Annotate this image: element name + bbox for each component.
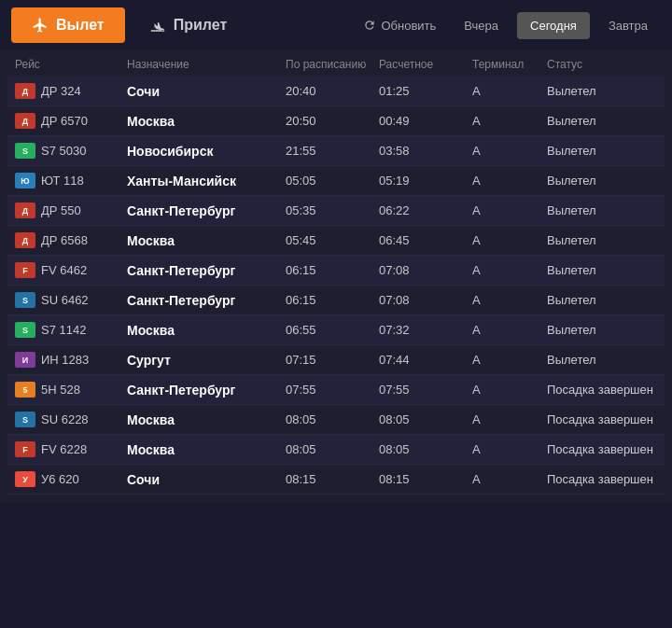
flight-scheduled: 07:15: [286, 353, 379, 367]
airline-icon: И: [15, 352, 35, 368]
flight-status: Посадка завершен: [547, 442, 657, 456]
flight-number: S S7 5030: [15, 143, 127, 159]
flight-destination: Ханты-Мансийск: [127, 174, 286, 188]
arrival-plane-icon: [149, 17, 166, 34]
table-row[interactable]: У У6 620 Сочи 08:15 08:15 A Посадка заве…: [7, 465, 665, 495]
airline-icon: S: [15, 322, 35, 338]
flight-number: У У6 620: [15, 471, 127, 487]
flight-destination: Новосибирск: [127, 144, 286, 159]
col-estimated: Расчетное: [379, 58, 472, 71]
flight-terminal: A: [472, 323, 547, 337]
table-row[interactable]: S SU 6228 Москва 08:05 08:05 A Посадка з…: [7, 405, 665, 435]
flight-terminal: A: [472, 233, 547, 247]
flight-destination: Санкт-Петербург: [127, 203, 286, 218]
flight-scheduled: 05:05: [286, 174, 379, 188]
flight-status: Вылетел: [547, 263, 657, 277]
table-row[interactable]: S SU 6462 Санкт-Петербург 06:15 07:08 A …: [7, 286, 665, 315]
flight-destination: Сочи: [127, 84, 286, 99]
flight-scheduled: 08:05: [286, 442, 379, 456]
refresh-button[interactable]: Обновить: [354, 13, 445, 38]
flight-destination: Сургут: [127, 353, 286, 368]
flight-destination: Санкт-Петербург: [127, 383, 286, 398]
flight-number: Д ДР 550: [15, 202, 127, 218]
flight-status: Посадка завершен: [547, 472, 657, 486]
col-status: Статус: [547, 58, 657, 71]
flight-scheduled: 06:55: [286, 323, 379, 337]
flight-estimated: 07:08: [379, 293, 472, 307]
tomorrow-button[interactable]: Завтра: [595, 12, 661, 39]
refresh-icon: [363, 19, 376, 32]
flight-terminal: A: [472, 263, 547, 277]
flight-scheduled: 06:15: [286, 263, 379, 277]
flight-scheduled: 05:45: [286, 233, 379, 247]
tab-departure[interactable]: Вылет: [11, 7, 125, 43]
flights-list: Д ДР 324 Сочи 20:40 01:25 A Вылетел Д ДР…: [7, 77, 665, 495]
airline-icon: S: [15, 292, 35, 308]
table-row[interactable]: Д ДР 6570 Москва 20:50 00:49 A Вылетел: [7, 106, 665, 136]
flight-estimated: 01:25: [379, 84, 472, 98]
airline-icon: F: [15, 441, 35, 457]
flight-scheduled: 07:55: [286, 383, 379, 397]
flight-status: Вылетел: [547, 114, 657, 128]
yesterday-button[interactable]: Вчера: [451, 12, 511, 39]
header: Вылет Прилет Обновить Вчера Сегодня Завт…: [0, 0, 672, 50]
flight-terminal: A: [472, 144, 547, 158]
flight-estimated: 08:15: [379, 472, 472, 486]
flight-status: Посадка завершен: [547, 383, 657, 397]
table-headers: Рейс Назначение По расписанию Расчетное …: [7, 50, 665, 77]
flight-status: Вылетел: [547, 323, 657, 337]
flight-destination: Москва: [127, 114, 286, 129]
tab-departure-label: Вылет: [56, 17, 105, 34]
flight-scheduled: 08:05: [286, 412, 379, 426]
airline-icon: Ю: [15, 173, 35, 188]
flight-status: Вылетел: [547, 233, 657, 247]
flight-terminal: A: [472, 174, 547, 188]
table-row[interactable]: S S7 1142 Москва 06:55 07:32 A Вылетел: [7, 315, 665, 345]
flight-terminal: A: [472, 353, 547, 367]
col-terminal: Терминал: [472, 58, 547, 71]
airline-icon: S: [15, 143, 35, 159]
table-row[interactable]: F FV 6462 Санкт-Петербург 06:15 07:08 A …: [7, 256, 665, 286]
tab-arrival-label: Прилет: [174, 17, 228, 34]
flight-status: Вылетел: [547, 174, 657, 188]
table-row[interactable]: F FV 6228 Москва 08:05 08:05 A Посадка з…: [7, 435, 665, 465]
flight-status: Вылетел: [547, 353, 657, 367]
flight-estimated: 05:19: [379, 174, 472, 188]
flight-scheduled: 08:15: [286, 472, 379, 486]
flight-estimated: 08:05: [379, 442, 472, 456]
table-row[interactable]: Ю ЮТ 118 Ханты-Мансийск 05:05 05:19 A Вы…: [7, 166, 665, 196]
flight-destination: Москва: [127, 323, 286, 338]
flight-estimated: 08:05: [379, 412, 472, 426]
flight-status: Вылетел: [547, 293, 657, 307]
flight-status: Вылетел: [547, 203, 657, 217]
flight-scheduled: 20:40: [286, 84, 379, 98]
flight-destination: Санкт-Петербург: [127, 293, 286, 308]
table-row[interactable]: 5 5H 528 Санкт-Петербург 07:55 07:55 A П…: [7, 375, 665, 405]
flight-scheduled: 06:15: [286, 293, 379, 307]
flight-estimated: 06:22: [379, 203, 472, 217]
airline-icon: Д: [15, 232, 35, 248]
flight-destination: Москва: [127, 412, 286, 427]
airline-icon: 5: [15, 382, 35, 398]
flight-estimated: 07:32: [379, 323, 472, 337]
flight-terminal: A: [472, 203, 547, 217]
flight-number: И ИН 1283: [15, 352, 127, 368]
flight-scheduled: 20:50: [286, 114, 379, 128]
tab-arrival[interactable]: Прилет: [129, 7, 248, 43]
table-row[interactable]: Д ДР 550 Санкт-Петербург 05:35 06:22 A В…: [7, 196, 665, 226]
flight-destination: Москва: [127, 442, 286, 457]
flight-terminal: A: [472, 383, 547, 397]
flight-destination: Сочи: [127, 472, 286, 487]
table-row[interactable]: И ИН 1283 Сургут 07:15 07:44 A Вылетел: [7, 345, 665, 375]
table-row[interactable]: Д ДР 6568 Москва 05:45 06:45 A Вылетел: [7, 226, 665, 256]
table-row[interactable]: Д ДР 324 Сочи 20:40 01:25 A Вылетел: [7, 77, 665, 106]
flight-terminal: A: [472, 114, 547, 128]
today-button[interactable]: Сегодня: [517, 12, 590, 39]
flight-terminal: A: [472, 472, 547, 486]
flight-terminal: A: [472, 412, 547, 426]
flight-number: F FV 6462: [15, 262, 127, 278]
flight-estimated: 03:58: [379, 144, 472, 158]
airline-icon: Д: [15, 202, 35, 218]
refresh-label: Обновить: [381, 19, 436, 33]
table-row[interactable]: S S7 5030 Новосибирск 21:55 03:58 A Выле…: [7, 136, 665, 166]
